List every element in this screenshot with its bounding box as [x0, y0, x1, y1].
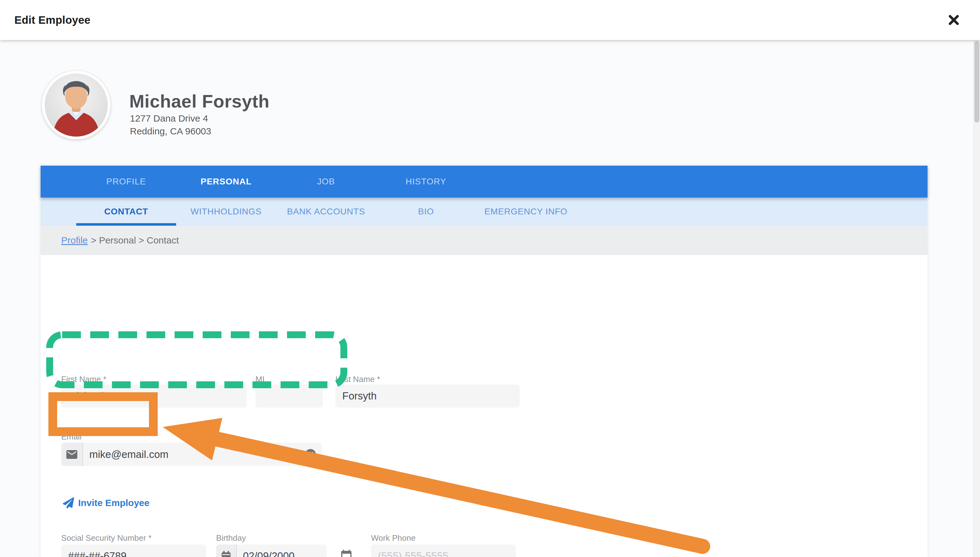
tab-profile[interactable]: PROFILE	[76, 166, 176, 197]
ssn-label: Social Security Number *	[61, 533, 151, 543]
employee-address-line2: Redding, CA 96003	[130, 126, 211, 137]
datepicker-calendar-icon	[339, 549, 353, 557]
last-name-label: Last Name *	[336, 375, 380, 384]
tab-history[interactable]: HISTORY	[376, 166, 476, 197]
calendar-icon	[220, 550, 232, 557]
invite-employee-label: Invite Employee	[78, 498, 149, 508]
close-icon	[948, 14, 960, 26]
employee-address-line1: 1277 Dana Drive 4	[130, 113, 208, 124]
ssn-field[interactable]	[61, 544, 206, 557]
sub-tab-bar: CONTACT WITHHOLDINGS BANK ACCOUNTS BIO E…	[41, 197, 928, 226]
tab-personal[interactable]: PERSONAL	[176, 166, 276, 197]
paper-plane-icon	[63, 497, 74, 508]
active-tab-indicator	[76, 223, 176, 226]
main-tab-bar: PROFILE PERSONAL JOB HISTORY	[41, 166, 928, 197]
datepicker-toggle-button[interactable]	[339, 548, 354, 557]
email-field[interactable]	[83, 443, 322, 466]
invite-employee-button[interactable]: Invite Employee	[58, 490, 154, 515]
clear-circle-icon	[304, 448, 317, 461]
tab-bank-accounts[interactable]: BANK ACCOUNTS	[276, 197, 376, 226]
breadcrumb: Profile > Personal > Contact	[41, 226, 928, 255]
scrollbar-thumb[interactable]	[974, 41, 979, 122]
modal-header: Edit Employee	[0, 0, 980, 40]
breadcrumb-trail: > Personal > Contact	[91, 235, 179, 246]
birthday-field-group	[216, 544, 327, 557]
breadcrumb-link-profile[interactable]: Profile	[61, 235, 88, 246]
close-button[interactable]	[944, 10, 964, 30]
birthday-field[interactable]	[237, 544, 327, 557]
tab-bio[interactable]: BIO	[376, 197, 476, 226]
email-icon-section	[61, 443, 83, 466]
birthday-icon-section	[216, 544, 237, 557]
first-name-label: First Name *	[61, 375, 106, 384]
mi-label: MI	[255, 375, 264, 384]
first-name-field[interactable]	[61, 384, 247, 407]
employee-photo	[45, 73, 108, 137]
last-name-field[interactable]	[336, 384, 520, 407]
email-field-group	[61, 443, 322, 466]
tab-emergency-info[interactable]: EMERGENCY INFO	[476, 197, 576, 226]
work-phone-field[interactable]	[371, 544, 516, 557]
tab-contact[interactable]: CONTACT	[76, 197, 176, 226]
employee-card: PROFILE PERSONAL JOB HISTORY CONTACT WIT…	[41, 166, 928, 557]
avatar	[42, 71, 110, 139]
tab-job[interactable]: JOB	[276, 166, 376, 197]
email-label: Email	[61, 432, 81, 442]
scrollbar-track[interactable]	[974, 40, 980, 557]
clear-email-button[interactable]	[303, 448, 317, 461]
modal-title: Edit Employee	[15, 14, 91, 26]
work-phone-label: Work Phone	[371, 533, 416, 543]
birthday-label: Birthday	[216, 533, 246, 543]
tab-withholdings[interactable]: WITHHOLDINGS	[176, 197, 276, 226]
envelope-icon	[65, 448, 78, 461]
mi-field[interactable]	[255, 384, 323, 407]
employee-name: Michael Forsyth	[129, 91, 269, 112]
